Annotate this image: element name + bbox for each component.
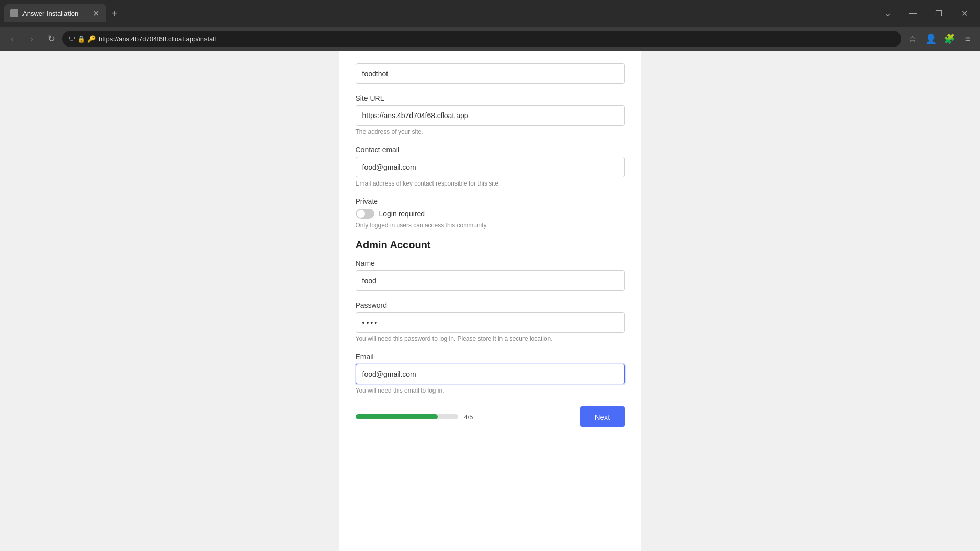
tab-title: Answer Installation xyxy=(22,10,87,17)
address-bar-icons: 🛡 🔒 🔑 xyxy=(69,35,96,43)
shield-icon: 🛡 xyxy=(69,35,75,43)
name-input[interactable] xyxy=(356,270,625,291)
admin-email-label: Email xyxy=(356,353,625,361)
site-url-input[interactable] xyxy=(356,105,625,126)
window-maximize-button[interactable]: ❐ xyxy=(927,4,950,22)
progress-label: 4/5 xyxy=(464,413,473,421)
name-label: Name xyxy=(356,259,625,267)
profile-button[interactable]: 👤 xyxy=(923,31,939,47)
contact-email-hint: Email address of key contact responsible… xyxy=(356,180,625,187)
tab-close-icon[interactable]: ✕ xyxy=(91,9,100,18)
key-icon: 🔑 xyxy=(87,35,96,43)
menu-button[interactable]: ≡ xyxy=(960,31,976,47)
address-bar[interactable]: 🛡 🔒 🔑 https://ans.4b7d704f68.cfloat.app/… xyxy=(62,31,901,47)
site-url-field: Site URL The address of your site. xyxy=(356,94,625,135)
password-field: Password You will need this password to … xyxy=(356,301,625,342)
window-controls: ⌄ — ❐ ✕ xyxy=(876,4,976,22)
site-url-label: Site URL xyxy=(356,94,625,102)
extensions-button[interactable]: 🧩 xyxy=(941,31,958,47)
admin-account-title: Admin Account xyxy=(356,239,625,251)
contact-email-input[interactable] xyxy=(356,157,625,177)
toggle-row: Login required xyxy=(356,209,625,219)
window-close-button[interactable]: ✕ xyxy=(952,4,976,22)
progress-track xyxy=(356,414,458,419)
password-input[interactable] xyxy=(356,312,625,333)
site-name-input[interactable] xyxy=(356,63,625,84)
private-label: Private xyxy=(356,197,625,205)
admin-email-field: Email You will need this email to log in… xyxy=(356,353,625,394)
progress-container: 4/5 Next xyxy=(356,406,625,427)
refresh-button[interactable]: ↻ xyxy=(43,31,59,47)
name-field: Name xyxy=(356,259,625,291)
favorites-button[interactable]: ☆ xyxy=(904,31,921,47)
browser-titlebar: Answer Installation ✕ + ⌄ — ❐ ✕ xyxy=(0,0,980,27)
window-dropdown-button[interactable]: ⌄ xyxy=(876,4,899,22)
password-label: Password xyxy=(356,301,625,309)
login-required-label: Login required xyxy=(379,210,425,218)
progress-fill xyxy=(356,414,438,419)
lock-icon: 🔒 xyxy=(77,35,85,43)
form-container: Site URL The address of your site. Conta… xyxy=(339,51,641,551)
private-field: Private Login required Only logged in us… xyxy=(356,197,625,229)
window-minimize-button[interactable]: — xyxy=(901,4,925,22)
page-content: Site URL The address of your site. Conta… xyxy=(0,51,980,551)
tab-favicon xyxy=(10,9,18,17)
toolbar-right: ☆ 👤 🧩 ≡ xyxy=(904,31,976,47)
admin-email-hint: You will need this email to log in. xyxy=(356,387,625,394)
contact-email-field: Contact email Email address of key conta… xyxy=(356,146,625,187)
back-button[interactable]: ‹ xyxy=(4,31,20,47)
forward-button[interactable]: › xyxy=(24,31,40,47)
password-hint: You will need this password to log in. P… xyxy=(356,335,625,342)
login-hint: Only logged in users can access this com… xyxy=(356,222,625,229)
site-name-field xyxy=(356,63,625,84)
login-required-toggle[interactable] xyxy=(356,209,374,219)
browser-toolbar: ‹ › ↻ 🛡 🔒 🔑 https://ans.4b7d704f68.cfloa… xyxy=(0,27,980,51)
next-button[interactable]: Next xyxy=(580,406,625,427)
contact-email-label: Contact email xyxy=(356,146,625,154)
address-text: https://ans.4b7d704f68.cfloat.app/instal… xyxy=(99,35,895,43)
admin-email-input[interactable] xyxy=(356,364,625,384)
new-tab-button[interactable]: + xyxy=(111,8,118,19)
site-url-hint: The address of your site. xyxy=(356,128,625,135)
browser-tab[interactable]: Answer Installation ✕ xyxy=(4,4,106,22)
